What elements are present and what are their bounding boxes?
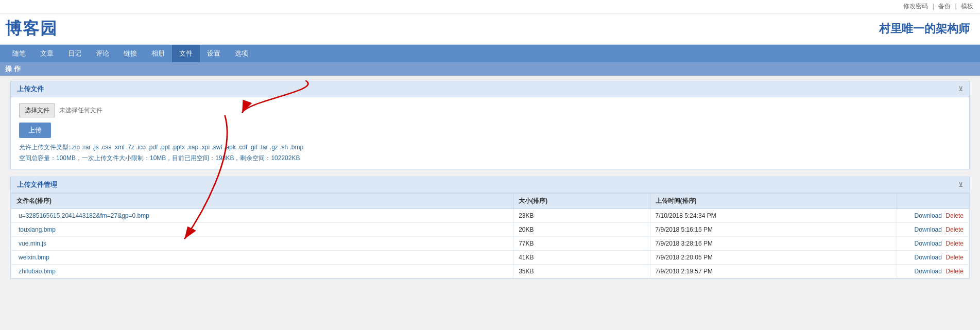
table-row: weixin.bmp41KB7/9/2018 2:20:05 PMDownloa… <box>11 251 969 265</box>
file-action-cell: Download Delete <box>897 251 969 265</box>
file-name-link[interactable]: u=3285165615,2041443182&fm=27&gp=0.bmp <box>19 212 149 219</box>
upload-section-title: 上传文件 <box>17 84 44 94</box>
nav-item-随笔[interactable]: 随笔 <box>5 45 33 62</box>
template-link[interactable]: 模板 <box>961 3 973 10</box>
nav-item-文件[interactable]: 文件 <box>172 45 200 62</box>
delete-link[interactable]: Delete <box>945 212 964 219</box>
download-link[interactable]: Download <box>915 240 942 247</box>
manage-section-title: 上传文件管理 <box>17 180 57 189</box>
download-link[interactable]: Download <box>915 254 942 261</box>
nav-item-文章[interactable]: 文章 <box>33 45 61 62</box>
file-size-cell: 77KB <box>513 237 650 251</box>
file-name-cell: touxiang.bmp <box>11 223 513 237</box>
file-name-cell: zhifubao.bmp <box>11 265 513 279</box>
main-content: 上传文件 ⊻ 选择文件 未选择任何文件 上传 允许上传文件类型:.zip .ra… <box>0 76 980 330</box>
upload-button[interactable]: 上传 <box>19 123 51 138</box>
file-size-cell: 35KB <box>513 265 650 279</box>
table-row: vue.min.js77KB7/9/2018 3:28:16 PMDownloa… <box>11 237 969 251</box>
file-time-cell: 7/9/2018 5:16:15 PM <box>650 223 897 237</box>
nav-item-相册[interactable]: 相册 <box>144 45 172 62</box>
file-name-cell: vue.min.js <box>11 237 513 251</box>
file-action-cell: Download Delete <box>897 237 969 251</box>
nav-item-日记[interactable]: 日记 <box>61 45 89 62</box>
change-password-link[interactable]: 修改密码 <box>903 3 928 10</box>
allowed-types-info: 允许上传文件类型:.zip .rar .js .css .xml .7z .ic… <box>19 143 961 152</box>
col-actions <box>897 194 969 209</box>
op-bar: 操 作 <box>0 62 980 76</box>
file-name-link[interactable]: touxiang.bmp <box>19 226 56 233</box>
site-title: 村里唯一的架构师 <box>879 21 970 37</box>
table-row: zhifubao.bmp35KB7/9/2018 2:19:57 PMDownl… <box>11 265 969 279</box>
nav-item-链接[interactable]: 链接 <box>116 45 144 62</box>
upload-section: 上传文件 ⊻ 选择文件 未选择任何文件 上传 允许上传文件类型:.zip .ra… <box>10 81 970 169</box>
nav: 随笔文章日记评论链接相册文件设置选项 <box>0 45 980 62</box>
file-table: 文件名(排序) 大小(排序) 上传时间(排序) u=3285165615,204… <box>11 193 969 279</box>
file-time-cell: 7/9/2018 3:28:16 PM <box>650 237 897 251</box>
backup-link[interactable]: 备份 <box>938 3 951 10</box>
file-size-cell: 23KB <box>513 209 650 223</box>
nav-item-评论[interactable]: 评论 <box>89 45 116 62</box>
col-time[interactable]: 上传时间(排序) <box>650 194 897 209</box>
manage-section: 上传文件管理 ⊻ 文件名(排序) 大小(排序) 上传时间(排序) u=32851… <box>10 177 970 279</box>
file-time-cell: 7/9/2018 2:20:05 PM <box>650 251 897 265</box>
download-link[interactable]: Download <box>915 226 942 233</box>
file-action-cell: Download Delete <box>897 265 969 279</box>
file-size-cell: 41KB <box>513 251 650 265</box>
file-name-cell: u=3285165615,2041443182&fm=27&gp=0.bmp <box>11 209 513 223</box>
file-name-link[interactable]: weixin.bmp <box>19 254 49 261</box>
file-action-cell: Download Delete <box>897 223 969 237</box>
manage-section-body: 文件名(排序) 大小(排序) 上传时间(排序) u=3285165615,204… <box>11 193 969 279</box>
download-link[interactable]: Download <box>915 212 942 219</box>
manage-section-header: 上传文件管理 ⊻ <box>11 177 969 193</box>
sep2: | <box>955 3 957 10</box>
upload-section-header: 上传文件 ⊻ <box>11 81 969 97</box>
file-name-cell: weixin.bmp <box>11 251 513 265</box>
file-input-row: 选择文件 未选择任何文件 <box>19 103 961 117</box>
file-size-cell: 20KB <box>513 223 650 237</box>
collapse-icon[interactable]: ⊻ <box>958 85 963 93</box>
table-row: u=3285165615,2041443182&fm=27&gp=0.bmp23… <box>11 209 969 223</box>
file-name-link[interactable]: vue.min.js <box>19 240 46 247</box>
file-time-cell: 7/10/2018 5:24:34 PM <box>650 209 897 223</box>
nav-item-设置[interactable]: 设置 <box>200 45 228 62</box>
file-name-link[interactable]: zhifubao.bmp <box>19 268 56 275</box>
file-time-cell: 7/9/2018 2:19:57 PM <box>650 265 897 279</box>
header: 博客园 村里唯一的架构师 <box>0 13 980 45</box>
no-file-text: 未选择任何文件 <box>59 106 102 115</box>
logo: 博客园 <box>5 18 58 40</box>
choose-file-button[interactable]: 选择文件 <box>19 103 55 117</box>
delete-link[interactable]: Delete <box>945 240 964 247</box>
space-info: 空间总容量：100MB，一次上传文件大小限制：10MB，目前已用空间：198KB… <box>19 154 961 163</box>
top-bar: 修改密码 | 备份 | 模板 <box>0 0 980 13</box>
manage-collapse-icon[interactable]: ⊻ <box>958 181 963 188</box>
upload-section-body: 选择文件 未选择任何文件 上传 允许上传文件类型:.zip .rar .js .… <box>11 97 969 169</box>
delete-link[interactable]: Delete <box>945 226 964 233</box>
nav-item-选项[interactable]: 选项 <box>228 45 255 62</box>
delete-link[interactable]: Delete <box>945 268 964 275</box>
sep1: | <box>933 3 934 10</box>
delete-link[interactable]: Delete <box>945 254 964 261</box>
col-filename[interactable]: 文件名(排序) <box>11 194 513 209</box>
file-action-cell: Download Delete <box>897 209 969 223</box>
col-size[interactable]: 大小(排序) <box>513 194 650 209</box>
table-row: touxiang.bmp20KB7/9/2018 5:16:15 PMDownl… <box>11 223 969 237</box>
download-link[interactable]: Download <box>915 268 942 275</box>
